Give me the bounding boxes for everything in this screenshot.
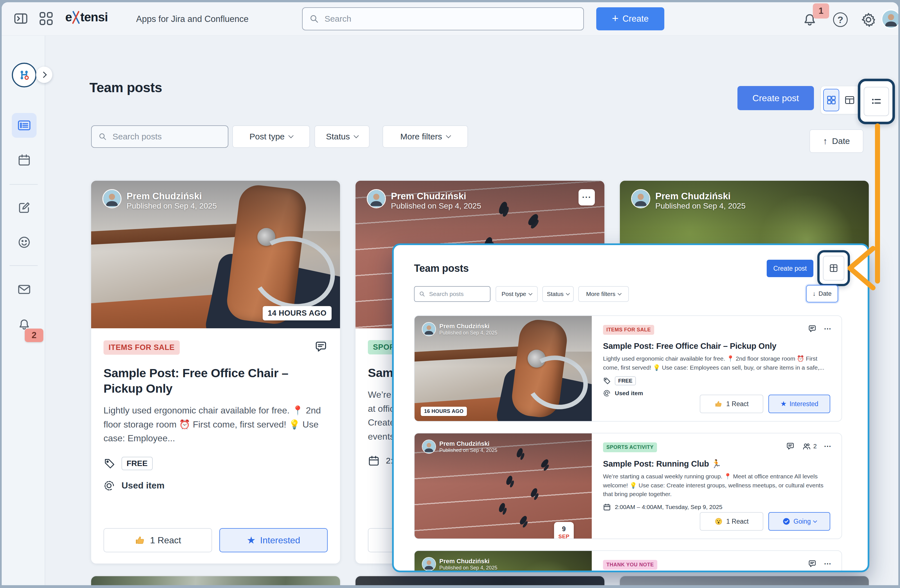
post-card-office-chair[interactable]: Prem ChudzińskiPublished on Sep 4, 2025 … xyxy=(91,181,340,563)
sidebar-toggle-icon[interactable] xyxy=(14,11,28,26)
settings-gear-icon[interactable] xyxy=(861,12,877,28)
sidebar-item-reactions[interactable] xyxy=(17,235,31,250)
published-date: Published on Sep 4, 2025 xyxy=(439,447,497,453)
smiley-icon xyxy=(17,235,31,249)
comments-icon[interactable] xyxy=(314,340,327,355)
more-icon[interactable]: ··· xyxy=(824,560,832,568)
list-view-button[interactable] xyxy=(864,87,889,116)
create-button[interactable]: + Create xyxy=(596,7,664,30)
author-avatar xyxy=(102,189,121,208)
overlay-page-title: Team posts xyxy=(414,263,469,274)
row-body: ITEMS FOR SALE ··· Sample Post: Free Off… xyxy=(592,316,841,421)
going-button[interactable]: Going xyxy=(768,512,830,531)
comments-icon[interactable] xyxy=(786,442,795,451)
sort-by-date-button[interactable]: ↑Date xyxy=(810,129,863,153)
more-icon[interactable]: ··· xyxy=(824,325,832,333)
thumbs-up-icon xyxy=(135,535,146,546)
price-tag: FREE xyxy=(615,376,636,385)
post-type-filter[interactable]: Post type xyxy=(232,125,310,148)
list-view-preview-panel: Team posts Create post Post type Status … xyxy=(392,243,869,572)
sidebar-divider xyxy=(9,184,38,185)
app-title: Apps for Jira and Confluence xyxy=(136,14,248,24)
overlay-more-filters-button[interactable]: More filters xyxy=(578,286,629,302)
post-title[interactable]: Sample Post: Free Office Chair – Pickup … xyxy=(603,342,830,351)
overlay-status-filter[interactable]: Status xyxy=(542,286,574,302)
overlay-sort-by-date-button[interactable]: ↓Date xyxy=(806,285,838,302)
table-view-button[interactable] xyxy=(841,89,858,111)
chevron-down-icon xyxy=(566,291,570,295)
logo-x-icon xyxy=(72,11,80,24)
comments-icon[interactable] xyxy=(808,324,817,333)
chevron-right-icon xyxy=(40,72,47,78)
surprised-face-icon xyxy=(714,517,723,526)
attendees-indicator[interactable]: 2 xyxy=(802,442,817,451)
condition-icon xyxy=(603,389,611,397)
interested-button[interactable]: ★ Interested xyxy=(768,395,830,413)
event-time: 2:00AM – 4:00AM, Tuesday, Sep 9, 2025 xyxy=(615,504,723,511)
chevron-down-icon xyxy=(529,291,532,295)
react-button[interactable]: 1 React xyxy=(700,512,763,531)
calendar-icon xyxy=(368,455,380,467)
react-button[interactable]: 1 React xyxy=(104,528,212,552)
extensi-logo[interactable]: etensi xyxy=(65,10,108,24)
posts-search-input[interactable] xyxy=(112,132,221,142)
published-date: Published on Sep 4, 2025 xyxy=(655,201,746,210)
global-search-input[interactable] xyxy=(324,14,577,24)
sidebar-item-compose[interactable] xyxy=(17,201,31,215)
tag-icon xyxy=(104,458,115,469)
condition-icon xyxy=(104,480,115,492)
sidebar-expand-button[interactable] xyxy=(36,67,52,83)
post-description: Lightly used ergonomic chair available f… xyxy=(603,354,830,372)
overlay-grid-view-button[interactable] xyxy=(823,256,844,280)
post-title[interactable]: Sample Post: Free Office Chair – Pickup … xyxy=(104,365,327,396)
calendar-icon xyxy=(17,153,31,167)
post-description: We’re starting a casual weekly running g… xyxy=(603,472,830,498)
posts-search[interactable] xyxy=(91,125,228,148)
help-icon[interactable]: ? xyxy=(833,12,848,27)
react-button[interactable]: 1 React xyxy=(700,395,763,413)
user-avatar[interactable] xyxy=(881,9,898,29)
interested-button[interactable]: ★ Interested xyxy=(219,528,328,552)
overlay-post-row-thank-you[interactable]: Prem ChudzińskiPublished on Sep 4, 2025 … xyxy=(414,550,842,572)
time-ago-badge: 14 HOURS AGO xyxy=(263,306,332,320)
overlay-post-row-office-chair[interactable]: Prem ChudzińskiPublished on Sep 4, 2025 … xyxy=(414,316,842,422)
post-description: Lightly used ergonomic chair available f… xyxy=(104,404,327,446)
next-row-card-stub xyxy=(620,576,869,585)
apps-grid-icon[interactable] xyxy=(39,11,53,26)
row-body: THANK YOU NOTE ··· xyxy=(592,551,841,572)
sidebar-item-calendar[interactable] xyxy=(17,153,31,168)
next-row-card-stub xyxy=(355,576,604,585)
overlay-create-post-button[interactable]: Create post xyxy=(767,260,813,277)
overlay-posts-search-input[interactable] xyxy=(428,290,486,298)
published-date: Published on Sep 4, 2025 xyxy=(439,330,497,336)
price-tag: FREE xyxy=(121,457,153,470)
overlay-post-type-filter[interactable]: Post type xyxy=(495,286,538,302)
event-date-badge: 9SEP xyxy=(554,522,574,538)
global-search[interactable] xyxy=(302,7,584,30)
chevron-down-icon xyxy=(446,133,451,138)
comments-icon[interactable] xyxy=(808,559,817,568)
grid-view-annotation xyxy=(817,250,850,286)
sidebar-item-messages[interactable] xyxy=(17,283,31,297)
sidebar-item-posts[interactable] xyxy=(12,113,37,138)
status-filter[interactable]: Status xyxy=(315,125,369,148)
logo-text-post: tensi xyxy=(80,10,108,24)
app-window: etensi Apps for Jira and Confluence + Cr… xyxy=(2,2,898,585)
row-image-office-chair: Prem ChudzińskiPublished on Sep 4, 2025 … xyxy=(414,316,592,421)
condition-label: Used item xyxy=(615,390,643,396)
grid-view-icon xyxy=(826,95,836,105)
category-badge: ITEMS FOR SALE xyxy=(603,325,654,335)
author-name: Prem Chudziński xyxy=(391,191,466,201)
create-post-button[interactable]: Create post xyxy=(737,86,814,110)
view-toggle-group xyxy=(821,86,860,114)
overlay-post-row-running-club[interactable]: Prem ChudzińskiPublished on Sep 4, 2025 … xyxy=(414,433,842,539)
chevron-down-icon xyxy=(288,133,293,138)
post-title[interactable]: Sample Post: Running Club 🏃 xyxy=(603,459,830,469)
card-menu-button[interactable]: ··· xyxy=(579,189,595,206)
more-filters-button[interactable]: More filters xyxy=(383,125,468,148)
overlay-posts-search[interactable] xyxy=(414,286,490,302)
author-name: Prem Chudziński xyxy=(127,191,202,201)
grid-view-button[interactable] xyxy=(823,89,839,111)
more-icon[interactable]: ··· xyxy=(824,442,832,451)
workspace-logo[interactable] xyxy=(12,63,37,87)
